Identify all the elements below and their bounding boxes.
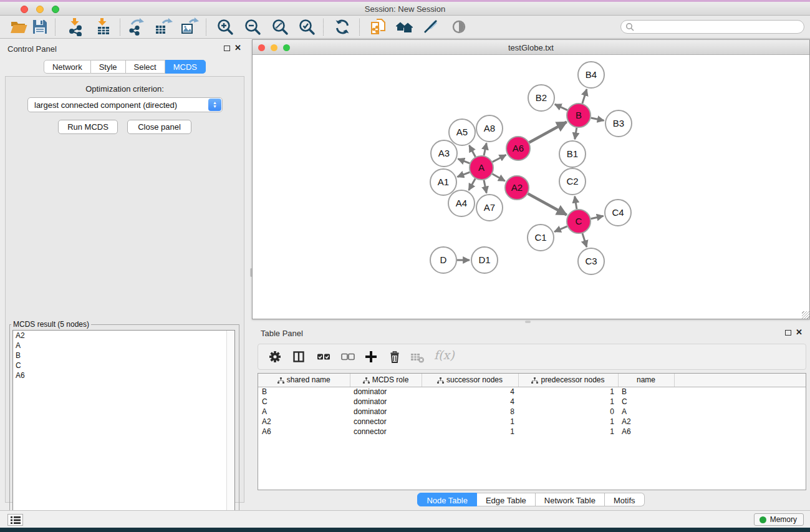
- zoom-in-icon[interactable]: [215, 17, 235, 37]
- delete-table-icon[interactable]: [409, 350, 425, 365]
- import-network-icon[interactable]: [66, 17, 86, 37]
- add-icon[interactable]: [363, 350, 379, 365]
- save-session-icon[interactable]: [30, 17, 50, 37]
- resize-grip-icon[interactable]: [802, 311, 809, 319]
- cell-name[interactable]: A2: [618, 417, 674, 427]
- cell-predecessor-nodes[interactable]: 0: [518, 407, 618, 417]
- graph-node-D[interactable]: D: [430, 247, 456, 273]
- clone-network-icon[interactable]: [369, 17, 388, 37]
- cell-MCDS-role[interactable]: dominator: [350, 407, 422, 417]
- hide-annotations-icon[interactable]: [421, 17, 441, 37]
- graph-edge-A2-C[interactable]: [528, 194, 567, 215]
- cell-shared-name[interactable]: A2: [258, 417, 350, 427]
- select-all-icon[interactable]: [316, 350, 332, 365]
- home-icon[interactable]: [394, 17, 414, 37]
- graph-edge-A6-B[interactable]: [529, 122, 567, 143]
- export-table-icon[interactable]: [153, 17, 173, 37]
- zoom-fit-icon[interactable]: [270, 17, 290, 37]
- graph-node-A3[interactable]: A3: [431, 140, 457, 167]
- run-mcds-button[interactable]: Run MCDS: [58, 120, 118, 134]
- cell-predecessor-nodes[interactable]: 1: [518, 417, 618, 427]
- graph-edge-A-A4[interactable]: [469, 178, 475, 190]
- table-row[interactable]: Bdominator41B: [258, 387, 806, 397]
- graph-edge-A-A7[interactable]: [484, 180, 486, 193]
- close-panel-icon[interactable]: ✕: [796, 329, 803, 336]
- graph-node-A7[interactable]: A7: [476, 195, 503, 221]
- graph-edge-B-B4[interactable]: [582, 89, 587, 104]
- graph-edge-C-C3[interactable]: [582, 233, 587, 247]
- refresh-icon[interactable]: [332, 17, 352, 37]
- table-row[interactable]: Adominator80A: [258, 407, 806, 417]
- cell-shared-name[interactable]: A6: [258, 427, 350, 437]
- function-builder-icon[interactable]: f(x): [434, 348, 455, 362]
- open-session-icon[interactable]: [9, 17, 29, 37]
- graph-node-B2[interactable]: B2: [528, 85, 554, 111]
- column-header-predecessor-nodes[interactable]: predecessor nodes: [518, 374, 618, 387]
- graph-edge-B-B1[interactable]: [575, 128, 577, 140]
- horizontal-splitter[interactable]: [252, 319, 810, 324]
- mcds-result-item[interactable]: A2: [13, 331, 234, 341]
- graph-edge-B-B3[interactable]: [591, 118, 604, 120]
- graph-node-A1[interactable]: A1: [430, 169, 456, 195]
- cell-shared-name[interactable]: C: [258, 397, 350, 407]
- table-row[interactable]: Cdominator41C: [258, 397, 806, 407]
- optimization-criterion-select[interactable]: largest connected component (directed) ▲…: [27, 97, 223, 112]
- task-history-icon[interactable]: [7, 514, 23, 526]
- tab-style[interactable]: Style: [91, 60, 126, 74]
- column-header-successor-nodes[interactable]: successor nodes: [422, 374, 518, 387]
- cell-successor-nodes[interactable]: 8: [422, 407, 518, 417]
- zoom-selected-icon[interactable]: [297, 17, 317, 37]
- graph-node-A4[interactable]: A4: [448, 190, 475, 216]
- tab-edge-table[interactable]: Edge Table: [477, 493, 536, 506]
- graph-node-A5[interactable]: A5: [449, 119, 475, 145]
- toggle-graphics-icon[interactable]: [449, 17, 469, 37]
- graph-edge-C-C4[interactable]: [591, 216, 604, 218]
- cell-name[interactable]: A: [618, 407, 674, 417]
- graph-node-B4[interactable]: B4: [578, 62, 604, 88]
- cell-MCDS-role[interactable]: dominator: [350, 397, 422, 407]
- float-panel-icon[interactable]: [224, 46, 230, 51]
- graph-edge-A-A8[interactable]: [484, 143, 486, 156]
- tab-mcds[interactable]: MCDS: [165, 60, 206, 74]
- graph-node-C3[interactable]: C3: [578, 248, 604, 274]
- cell-predecessor-nodes[interactable]: 1: [518, 397, 618, 407]
- close-panel-button[interactable]: Close panel: [127, 120, 191, 134]
- cell-shared-name[interactable]: B: [258, 387, 350, 397]
- memory-button[interactable]: Memory: [754, 513, 804, 526]
- scrollbar[interactable]: [226, 331, 234, 532]
- graph-node-C4[interactable]: C4: [605, 200, 631, 226]
- deselect-all-icon[interactable]: [340, 350, 356, 365]
- columns-icon[interactable]: [291, 350, 307, 365]
- cell-MCDS-role[interactable]: connector: [350, 427, 422, 437]
- network-canvas[interactable]: B4B2BB3A8A5A6A3B1AC2A1A2A4A7C4CC1DD1C3: [253, 55, 809, 319]
- cell-successor-nodes[interactable]: 1: [422, 427, 518, 437]
- tab-network[interactable]: Network: [44, 60, 91, 74]
- zoom-out-icon[interactable]: [243, 17, 263, 37]
- graph-edge-A-A2[interactable]: [492, 174, 504, 181]
- export-image-icon[interactable]: [180, 17, 200, 37]
- graph-edge-C-C2[interactable]: [575, 196, 577, 210]
- cell-name[interactable]: B: [618, 387, 674, 397]
- graph-node-A2[interactable]: A2: [505, 176, 529, 200]
- mcds-result-item[interactable]: C: [13, 360, 234, 370]
- graph-node-B3[interactable]: B3: [605, 110, 632, 137]
- graph-node-A[interactable]: A: [470, 156, 493, 180]
- graph-node-A6[interactable]: A6: [506, 137, 530, 160]
- tab-node-table[interactable]: Node Table: [417, 493, 477, 506]
- mcds-result-item[interactable]: A6: [13, 370, 234, 380]
- graph-edge-A-A1[interactable]: [457, 172, 470, 177]
- gear-icon[interactable]: [267, 350, 283, 365]
- graph-edge-A-A5[interactable]: [469, 145, 475, 157]
- close-panel-icon[interactable]: ✕: [234, 45, 241, 51]
- cell-successor-nodes[interactable]: 4: [422, 397, 518, 407]
- float-panel-icon[interactable]: [785, 330, 791, 336]
- graph-node-B1[interactable]: B1: [559, 141, 586, 167]
- mcds-result-list[interactable]: A2ABCA6: [12, 330, 235, 532]
- graph-edge-A-A3[interactable]: [458, 159, 470, 163]
- cell-shared-name[interactable]: A: [258, 407, 350, 417]
- column-header-shared-name[interactable]: shared name: [258, 374, 350, 387]
- cell-name[interactable]: A6: [618, 427, 674, 437]
- cell-name[interactable]: C: [618, 397, 674, 407]
- graph-edge-C-C1[interactable]: [554, 226, 567, 232]
- cell-MCDS-role[interactable]: connector: [350, 417, 422, 427]
